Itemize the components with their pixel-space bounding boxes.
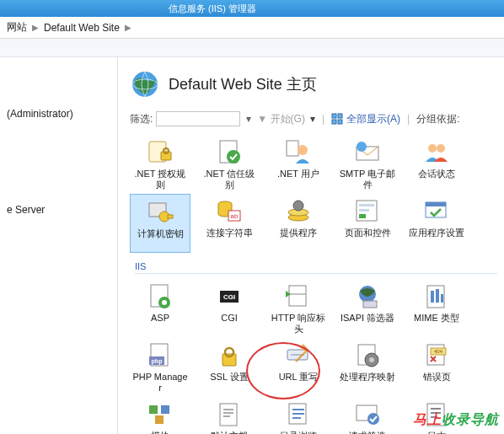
feature-label: ASP: [151, 313, 169, 335]
svg-rect-61: [223, 412, 233, 414]
feature-pagesctrl[interactable]: 页面和控件: [337, 194, 398, 253]
svg-point-14: [357, 142, 367, 152]
svg-rect-11: [287, 141, 298, 156]
database-text-icon: ab: [215, 197, 244, 226]
svg-rect-41: [431, 291, 434, 303]
svg-point-10: [227, 150, 240, 163]
tree-node[interactable]: e Server: [7, 204, 110, 216]
svg-rect-37: [289, 286, 306, 306]
svg-rect-31: [426, 202, 446, 206]
feature-label: 连接字符串: [206, 228, 253, 249]
svg-rect-3: [338, 114, 342, 118]
chevron-right-icon: ▶: [32, 23, 39, 32]
svg-rect-70: [431, 408, 441, 410]
chevron-right-icon: ▶: [125, 23, 131, 32]
feature-providers[interactable]: 提供程序: [268, 194, 329, 253]
toolbar: [0, 39, 504, 57]
asp-icon: [146, 282, 174, 311]
feature-dirbrowse[interactable]: 目录浏览: [268, 397, 329, 434]
feature-machinekey[interactable]: 计算机密钥: [130, 194, 190, 253]
feature-label: 应用程序设置: [409, 228, 464, 249]
feature-reqfilter[interactable]: 请求筛选: [337, 397, 398, 434]
feature-session[interactable]: 会话状态: [406, 135, 467, 192]
svg-rect-59: [220, 404, 237, 426]
svg-rect-65: [292, 413, 304, 415]
svg-rect-66: [292, 417, 301, 419]
user-icon: [284, 138, 313, 167]
content-pane: Default Web Site 主页 筛选: ▾ ▼ 开始(G) ▾ | 全部…: [118, 57, 504, 434]
breadcrumb: 网站 ▶ Default Web Site ▶: [0, 17, 504, 39]
feature-handlers[interactable]: 处理程序映射: [337, 338, 398, 395]
svg-text:CGI: CGI: [223, 293, 235, 301]
feature-ssl[interactable]: SSL 设置: [199, 338, 260, 395]
feature-label: 目录浏览: [280, 431, 317, 434]
svg-rect-60: [223, 409, 233, 410]
svg-rect-43: [441, 294, 443, 303]
breadcrumb-item[interactable]: 网站: [7, 20, 27, 35]
svg-point-68: [367, 413, 379, 425]
window-title: 信息服务 (IIS) 管理器: [169, 3, 256, 13]
connections-tree[interactable]: (Administrator) e Server: [0, 57, 118, 434]
window-titlebar: 信息服务 (IIS) 管理器: [0, 0, 504, 17]
isapi-icon: [353, 282, 382, 311]
feature-mime[interactable]: MIME 类型: [406, 279, 467, 336]
filter-bar: 筛选: ▾ ▼ 开始(G) ▾ | 全部显示(A) | 分组依据:: [130, 111, 497, 126]
feature-label: 错误页: [423, 372, 451, 394]
feature-label: MIME 类型: [414, 313, 459, 335]
dropdown-icon[interactable]: ▾: [244, 114, 254, 124]
filter-icon: [353, 400, 382, 429]
feature-cgi[interactable]: CGI CGI: [199, 279, 260, 336]
default-doc-icon: [215, 400, 244, 429]
feature-net-users[interactable]: .NET 用户: [268, 135, 329, 192]
svg-rect-4: [332, 120, 336, 124]
feature-isapi[interactable]: ISAPI 筛选器: [337, 279, 398, 336]
feature-phpmgr[interactable]: php PHP Manager: [130, 338, 190, 395]
feature-label: .NET 信任级别: [201, 169, 258, 190]
feature-label: SSL 设置: [210, 372, 248, 394]
feature-smtp[interactable]: SMTP 电子邮件: [337, 135, 398, 192]
feature-errorpages[interactable]: 404 错误页: [406, 338, 467, 395]
showall-link[interactable]: 全部显示(A): [346, 112, 400, 126]
svg-text:php: php: [152, 358, 163, 365]
window-check-icon: [422, 197, 451, 226]
feature-net-trust[interactable]: .NET 信任级别: [199, 135, 260, 192]
feature-modules[interactable]: 模块: [130, 397, 190, 434]
feature-defaultdoc[interactable]: 默认文档: [199, 397, 260, 434]
feature-httpresp[interactable]: HTTP 响应标头: [268, 279, 329, 336]
feature-net-auth[interactable]: .NET 授权规则: [130, 135, 190, 192]
feature-label: 会话状态: [418, 169, 455, 190]
breadcrumb-item[interactable]: Default Web Site: [44, 22, 120, 34]
groupby-label: 分组依据:: [416, 112, 459, 126]
feature-label: PHP Manager: [131, 372, 189, 394]
svg-point-16: [437, 144, 445, 153]
cgi-icon: CGI: [215, 282, 244, 311]
svg-point-15: [428, 144, 437, 153]
filter-input[interactable]: [156, 111, 240, 126]
svg-point-25: [293, 201, 303, 211]
php-icon: php: [146, 341, 174, 370]
feature-appsettings[interactable]: 应用程序设置: [406, 194, 467, 253]
svg-rect-62: [223, 415, 230, 417]
svg-text:404: 404: [434, 349, 443, 354]
handlers-icon: [353, 341, 382, 370]
svg-rect-2: [332, 114, 336, 118]
svg-point-34: [162, 300, 167, 305]
mail-icon: [353, 138, 382, 167]
users-icon: [422, 138, 451, 167]
feature-label: .NET 授权规则: [131, 169, 189, 190]
svg-rect-28: [359, 209, 369, 212]
http-header-icon: [284, 282, 313, 311]
feature-urlrewrite[interactable]: URL 重写: [268, 338, 329, 395]
feature-connstr[interactable]: ab 连接字符串: [199, 194, 260, 253]
tree-node[interactable]: (Administrator): [7, 108, 110, 120]
showall-icon: [331, 113, 343, 125]
start-button[interactable]: 开始(G): [271, 113, 305, 125]
feature-asp[interactable]: ASP: [130, 279, 190, 336]
globe-icon: [130, 69, 160, 99]
filter-label: 筛选:: [130, 112, 153, 126]
svg-point-52: [369, 357, 374, 362]
feature-label: 模块: [151, 431, 169, 434]
feature-label: ISAPI 筛选器: [340, 313, 394, 335]
svg-rect-39: [363, 301, 377, 308]
feature-label: 计算机密钥: [137, 228, 184, 250]
